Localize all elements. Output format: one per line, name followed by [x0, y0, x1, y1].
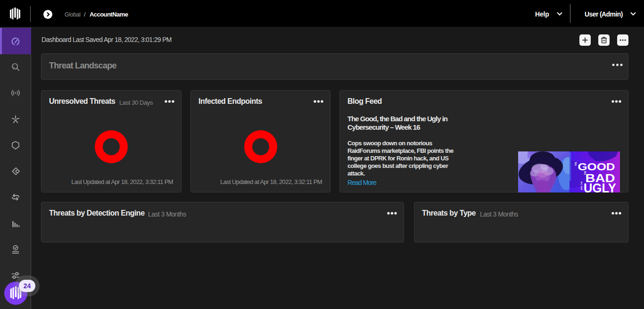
svg-text:THE: THE	[575, 162, 577, 166]
svg-text:AND THE: AND THE	[580, 181, 583, 190]
svg-text:UGLY: UGLY	[584, 181, 616, 192]
svg-text:THE: THE	[584, 171, 586, 175]
svg-text:GOOD: GOOD	[578, 161, 615, 173]
